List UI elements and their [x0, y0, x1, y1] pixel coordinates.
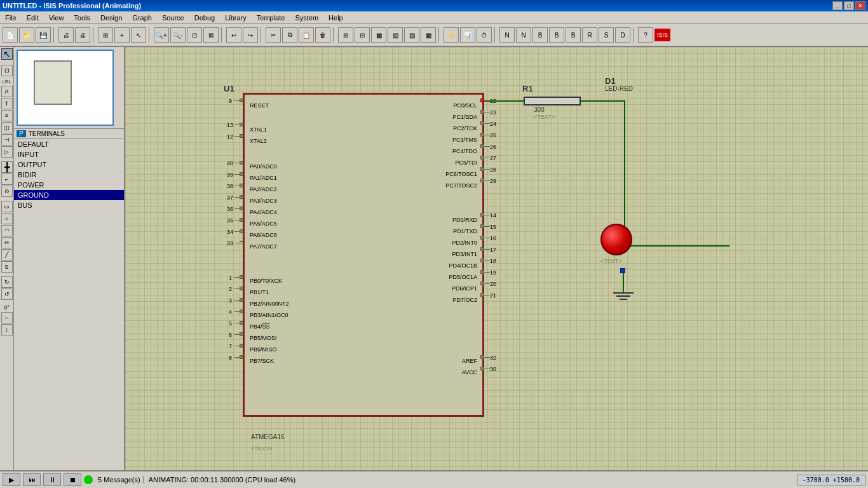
window-controls: _ □ ×	[832, 1, 865, 10]
netlist7-button[interactable]: S	[599, 27, 614, 43]
menu-source[interactable]: Source	[157, 11, 189, 24]
pin-pc2-label: PC2/TCK	[453, 125, 477, 132]
led-body	[600, 224, 632, 255]
pin-pa3-label: PA3/ADC3	[250, 198, 277, 204]
netlist6-button[interactable]: R	[582, 27, 597, 43]
symbol-tool[interactable]: S	[1, 261, 13, 273]
origin-button[interactable]: +	[114, 27, 130, 43]
busentry-tool[interactable]: ⌐	[1, 173, 13, 185]
path-tool[interactable]: ✏	[1, 237, 13, 248]
menu-help[interactable]: Help	[323, 11, 348, 24]
menu-view[interactable]: View	[44, 11, 69, 24]
menu-tools[interactable]: Tools	[69, 11, 95, 24]
copy-button[interactable]: ⧉	[282, 27, 297, 43]
netlist2-button[interactable]: N	[516, 27, 531, 43]
new-button[interactable]: 📄	[3, 27, 18, 43]
label-tool[interactable]: A	[1, 86, 13, 97]
wire-tool[interactable]: ╋	[1, 161, 13, 173]
tag5-button[interactable]: ▨	[404, 27, 419, 43]
step-button[interactable]: ⏭	[23, 473, 41, 486]
chip-ref-label: U1	[224, 84, 234, 93]
arc-tool[interactable]: ◠	[1, 225, 13, 236]
component-tool[interactable]: ⊡	[1, 65, 13, 76]
stop-button[interactable]: ⏹	[64, 473, 81, 486]
terminal-power[interactable]: POWER	[14, 180, 124, 190]
pause-button[interactable]: ⏸	[43, 473, 61, 486]
menu-file[interactable]: File	[0, 11, 22, 24]
terminal-bus[interactable]: BUS	[14, 200, 124, 210]
pin-pd2-label: PD2/INT0	[452, 240, 477, 246]
redo-button[interactable]: ↪	[243, 27, 258, 43]
probe-tool[interactable]: ⊙	[1, 186, 13, 197]
preview-area	[17, 50, 114, 126]
zoom-fit-button[interactable]: ⊡	[187, 27, 202, 43]
sim2-button[interactable]: 📊	[460, 27, 475, 43]
pin-pa4-label: PA4/ADC4	[250, 209, 277, 215]
tag4-button[interactable]: ▧	[388, 27, 403, 43]
port-tool[interactable]: ▷	[1, 146, 13, 158]
lbl-label: LBL	[2, 79, 11, 85]
grid-button[interactable]: ⊞	[98, 27, 113, 43]
print-button[interactable]: 🖨	[58, 27, 74, 43]
zoom-full-button[interactable]: ⊠	[203, 27, 219, 43]
bus-tool[interactable]: ≡	[1, 110, 13, 121]
terminal-tool[interactable]: ⊣	[1, 134, 13, 146]
terminal-ground[interactable]: GROUND	[14, 190, 124, 200]
delete-button[interactable]: 🗑	[315, 27, 330, 43]
terminal-output[interactable]: OUTPUT	[14, 159, 124, 170]
zoom-out-button[interactable]: 🔍-	[170, 27, 186, 43]
menu-library[interactable]: Library	[220, 11, 252, 24]
open-button[interactable]: 📁	[19, 27, 34, 43]
menu-design[interactable]: Design	[95, 11, 127, 24]
sim3-button[interactable]: ⏱	[477, 27, 492, 43]
tag3-button[interactable]: ▦	[371, 27, 386, 43]
text-tool[interactable]: T	[1, 98, 13, 109]
circle-tool[interactable]: ○	[1, 213, 13, 224]
subcircuit-tool[interactable]: ◫	[1, 122, 13, 133]
mirror-y-tool[interactable]: ↕	[1, 324, 13, 336]
minimize-button[interactable]: _	[832, 1, 843, 10]
toolbar-sep-2	[93, 27, 95, 43]
menu-edit[interactable]: Edit	[22, 11, 44, 24]
pin-line-r28	[484, 169, 490, 170]
menu-debug[interactable]: Debug	[189, 11, 220, 24]
netlist5-button[interactable]: B	[566, 27, 581, 43]
zoom-in-button[interactable]: 🔍+	[154, 27, 169, 43]
rotate-ccw-tool[interactable]: ↺	[1, 288, 13, 300]
tag2-button[interactable]: ⊟	[355, 27, 370, 43]
undo-button[interactable]: ↩	[226, 27, 241, 43]
cursor-button[interactable]: ↖	[131, 27, 146, 43]
pin-pc7-label: PC7/TOSC2	[445, 182, 477, 189]
canvas-area[interactable]: U1 RESET XTAL1 XTAL2 PA0/ADC0 PA1/ADC1 P…	[125, 47, 868, 470]
print2-button[interactable]: 🖨	[75, 27, 90, 43]
sim1-button[interactable]: ⚡	[444, 27, 459, 43]
menu-template[interactable]: Template	[252, 11, 290, 24]
close-button[interactable]: ×	[855, 1, 865, 10]
help1-button[interactable]: ?	[638, 27, 653, 43]
rectangle-tool[interactable]: ▭	[1, 201, 13, 212]
paste-button[interactable]: 📋	[299, 27, 314, 43]
netlist3-button[interactable]: B	[532, 27, 548, 43]
netlist1-button[interactable]: N	[499, 27, 515, 43]
pin-line-r24	[484, 123, 490, 124]
line-tool[interactable]: ╱	[1, 249, 13, 261]
pin-pa0-label: PA0/ADC0	[250, 163, 277, 170]
netlist4-button[interactable]: B	[549, 27, 564, 43]
terminal-default[interactable]: DEFAULT	[14, 139, 124, 149]
save-button[interactable]: 💾	[36, 27, 51, 43]
menu-system[interactable]: System	[290, 11, 323, 24]
netlist8-button[interactable]: D	[615, 27, 630, 43]
terminal-input[interactable]: INPUT	[14, 149, 124, 159]
tag1-button[interactable]: ⊞	[338, 27, 353, 43]
toolbar-sep-1	[53, 27, 56, 43]
menu-graph[interactable]: Graph	[127, 11, 157, 24]
terminal-bidir[interactable]: BIDIR	[14, 170, 124, 180]
select-tool[interactable]: ↖	[1, 48, 13, 60]
pin-dot-12	[240, 134, 243, 138]
maximize-button[interactable]: □	[844, 1, 854, 10]
cut-button[interactable]: ✂	[266, 27, 281, 43]
mirror-x-tool[interactable]: ↔	[1, 312, 13, 323]
tag6-button[interactable]: ▩	[421, 27, 436, 43]
rotate-cw-tool[interactable]: ↻	[1, 276, 13, 288]
play-button[interactable]: ▶	[3, 473, 20, 486]
